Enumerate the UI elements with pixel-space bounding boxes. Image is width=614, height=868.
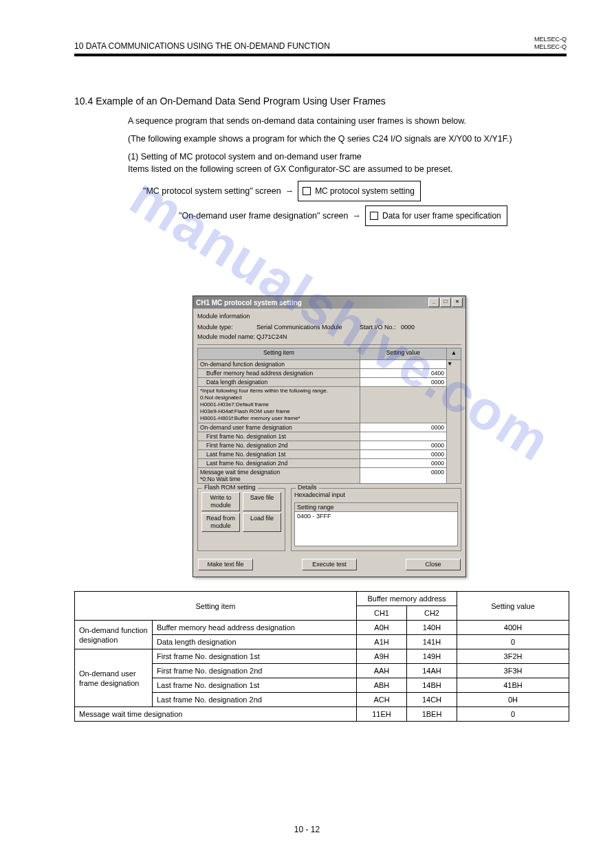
dialog-bottom-groups: Flash ROM setting Write tomodule Save fi… — [197, 488, 461, 551]
square-icon — [303, 187, 311, 195]
grid-header-value: Setting value — [360, 348, 446, 360]
maximize-button[interactable]: □ — [440, 298, 451, 307]
grid-row: Last frame No. designation 1st 0000 — [198, 450, 461, 459]
minimize-button[interactable]: _ — [428, 298, 439, 307]
page-number: 10 - 12 — [0, 825, 614, 834]
grid-row: Message wait time designation*0:No Wait … — [198, 468, 461, 484]
setting-range-value: 0400 - 3FFF — [295, 512, 457, 520]
dialog-screenshot: CH1 MC protocol system setting _ □ × Mod… — [193, 296, 466, 577]
th-value: Setting value — [457, 592, 569, 621]
arrow-icon: → — [285, 182, 294, 200]
scrollbar[interactable]: ▼ — [447, 360, 461, 484]
subsection-number: (1) — [128, 152, 138, 162]
square-icon — [370, 212, 378, 220]
step-2-label: "On-demand user frame designation" scree… — [179, 207, 349, 225]
write-module-button[interactable]: Write tomodule — [201, 492, 240, 511]
settings-grid: Setting item Setting value ▲ On-demand f… — [197, 348, 461, 484]
intro-paragraph: A sequence program that sends on-demand … — [128, 115, 540, 127]
step-1-label: "MC protocol system setting" screen — [143, 182, 281, 200]
close-button[interactable]: × — [452, 298, 463, 307]
th-setting-item: Setting item — [75, 592, 357, 621]
arrow-icon: → — [353, 207, 362, 225]
scroll-spacer: ▲ — [447, 348, 461, 360]
note-paragraph: (The following example shows a program f… — [128, 133, 540, 145]
grid-row: First frame No. designation 2nd 0000 — [198, 441, 461, 450]
grid-row: On-demand user frame designation 0000 — [198, 423, 461, 432]
window-buttons: _ □ × — [428, 298, 463, 307]
th-buffer: Buffer memory address — [357, 592, 457, 606]
save-file-button[interactable]: Save file — [243, 492, 281, 511]
module-model-value: QJ71C24N — [256, 332, 287, 342]
table-row: Message wait time designation 11EH 1BEH … — [75, 707, 569, 722]
step-2: "On-demand user frame designation" scree… — [179, 205, 542, 226]
mc-protocol-setting-button[interactable]: ☐ MC protocol system setting MC protocol… — [298, 181, 421, 201]
hex-input-label: Hexadecimal input — [294, 491, 458, 498]
module-type-value: Serial Communications Module — [256, 322, 360, 332]
table-row: On-demand function designation Buffer me… — [75, 621, 569, 635]
details-box: Setting range 0400 - 3FFF — [294, 502, 458, 546]
close-dialog-button[interactable]: Close — [406, 559, 461, 570]
subsection-title: Setting of MC protocol system and on-dem… — [141, 152, 362, 162]
start-io-value: 0000 — [401, 322, 415, 332]
module-model-label: Module model name: — [197, 332, 256, 342]
grid-row: Last frame No. designation 2nd 0000 — [198, 459, 461, 468]
execute-test-button[interactable]: Execute test — [302, 559, 357, 570]
dialog-window: CH1 MC protocol system setting _ □ × Mod… — [193, 296, 466, 577]
dialog-body: Module information Module type: Serial C… — [193, 309, 465, 555]
settings-table: Setting item Buffer memory address Setti… — [74, 591, 569, 722]
header-meta: MELSEC-Q MELSEC-Q — [534, 36, 567, 51]
section-title: 10.4 Example of an On-Demand Data Send P… — [74, 95, 569, 108]
grid-header-item: Setting item — [198, 348, 360, 360]
step-1: "MC protocol system setting" screen → ☐ … — [143, 181, 542, 201]
body-content: 10.4 Example of an On-Demand Data Send P… — [74, 95, 569, 230]
page-header: 10 DATA COMMUNICATIONS USING THE ON-DEMA… — [74, 34, 567, 56]
details-legend: Details — [296, 484, 319, 491]
module-type-label: Module type: — [197, 322, 256, 332]
th-ch1: CH1 — [357, 606, 407, 621]
table-row: On-demand user frame designation First f… — [75, 649, 569, 664]
grid-row: On-demand function designation ▼ — [198, 360, 461, 369]
grid-row: Buffer memory head address designation 0… — [198, 369, 461, 378]
module-information: Module information Module type: Serial C… — [197, 311, 461, 345]
chapter-title: 10 DATA COMMUNICATIONS USING THE ON-DEMA… — [74, 41, 330, 51]
details-group: Details Hexadecimal input Setting range … — [291, 488, 461, 551]
flash-rom-legend: Flash ROM setting — [202, 484, 258, 491]
th-ch2: CH2 — [407, 606, 457, 621]
grid-row: First frame No. designation 1st — [198, 432, 461, 441]
grid-info-row: *Input following four items within the f… — [198, 387, 461, 423]
setting-range-label: Setting range — [295, 503, 457, 512]
dialog-footer: Make text file Execute test Close — [193, 555, 465, 577]
load-file-button[interactable]: Load file — [243, 513, 281, 532]
dialog-titlebar: CH1 MC protocol system setting _ □ × — [193, 296, 465, 309]
subsection-body: Items listed on the following screen of … — [128, 164, 452, 174]
start-io-label: Start I/O No.: — [360, 322, 401, 332]
steps-list: "MC protocol system setting" screen → ☐ … — [143, 181, 542, 226]
read-module-button[interactable]: Read frommodule — [201, 513, 240, 532]
grid-row: Data length designation 0000 — [198, 378, 461, 387]
make-text-file-button[interactable]: Make text file — [198, 559, 253, 570]
flash-rom-group: Flash ROM setting Write tomodule Save fi… — [197, 488, 285, 551]
user-frame-spec-button[interactable]: Data for user frame specification — [365, 205, 507, 226]
subsection: (1) Setting of MC protocol system and on… — [128, 151, 540, 175]
dialog-title: CH1 MC protocol system setting — [196, 299, 302, 307]
